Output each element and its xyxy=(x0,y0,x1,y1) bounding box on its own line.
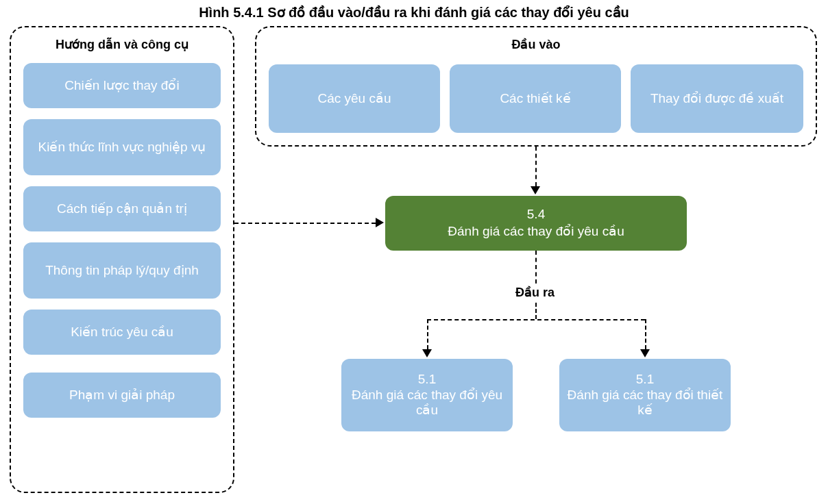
arrow-branch-right xyxy=(640,349,650,357)
connector-inputs-to-process xyxy=(535,147,537,186)
connector-branch-left xyxy=(427,319,428,349)
connector-below-label xyxy=(535,303,537,319)
output-label-2: Đánh giá các thay đổi thiết kế xyxy=(566,388,724,419)
output-label-1: Đánh giá các thay đổi yêu cầu xyxy=(348,388,506,419)
input-item-requirements: Các yêu cầu xyxy=(269,64,440,133)
input-item-proposed-change: Thay đổi được đề xuất xyxy=(631,64,803,133)
inputs-heading: Đầu vào xyxy=(256,37,816,52)
diagram-title: Hình 5.4.1 Sơ đồ đầu vào/đầu ra khi đánh… xyxy=(123,4,705,21)
guide-item-governance: Cách tiếp cận quản trị xyxy=(23,186,221,231)
guide-item-legal: Thông tin pháp lý/quy định xyxy=(23,242,221,299)
output-code-1: 5.1 xyxy=(418,372,436,388)
guides-heading: Hướng dẫn và công cụ xyxy=(11,37,233,52)
process-box: 5.4 Đánh giá các thay đổi yêu cầu xyxy=(385,196,687,251)
outputs-heading: Đầu ra xyxy=(515,285,555,300)
arrow-branch-left xyxy=(422,349,432,357)
connector-branch-right xyxy=(645,319,646,349)
connector-process-down xyxy=(535,251,537,284)
process-code: 5.4 xyxy=(527,206,545,223)
connector-guides-to-process xyxy=(234,223,376,224)
guide-item-solution-scope: Phạm vi giải pháp xyxy=(23,373,221,418)
output-code-2: 5.1 xyxy=(636,372,654,388)
guide-item-requirements-architecture: Kiến trúc yêu cầu xyxy=(23,310,221,355)
output-item-req-change-assessment: 5.1 Đánh giá các thay đổi yêu cầu xyxy=(341,359,513,431)
arrow-guides-to-process xyxy=(376,218,384,227)
connector-split-horizontal xyxy=(427,319,645,320)
arrow-inputs-to-process xyxy=(531,186,540,194)
guide-item-strategy: Chiến lược thay đổi xyxy=(23,63,221,108)
input-item-designs: Các thiết kế xyxy=(450,64,621,133)
guide-item-domain-knowledge: Kiến thức lĩnh vực nghiệp vụ xyxy=(23,119,221,175)
process-label: Đánh giá các thay đổi yêu cầu xyxy=(448,223,624,240)
output-item-design-change-assessment: 5.1 Đánh giá các thay đổi thiết kế xyxy=(559,359,731,431)
